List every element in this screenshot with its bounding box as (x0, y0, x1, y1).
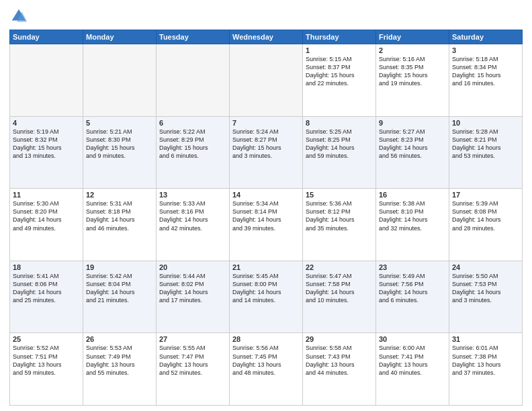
calendar-cell: 9Sunrise: 5:27 AM Sunset: 8:23 PM Daylig… (376, 116, 449, 189)
calendar-cell: 19Sunrise: 5:42 AM Sunset: 8:04 PM Dayli… (83, 261, 157, 333)
calendar-cell: 25Sunrise: 5:52 AM Sunset: 7:51 PM Dayli… (10, 333, 83, 406)
col-header-saturday: Saturday (449, 30, 523, 44)
col-header-sunday: Sunday (10, 30, 83, 44)
calendar-cell: 29Sunrise: 5:58 AM Sunset: 7:43 PM Dayli… (303, 333, 376, 406)
day-number: 10 (452, 119, 519, 127)
calendar-table: SundayMondayTuesdayWednesdayThursdayFrid… (9, 30, 523, 406)
day-info: Sunrise: 5:38 AM Sunset: 8:10 PM Dayligh… (379, 199, 446, 232)
calendar-cell: 23Sunrise: 5:49 AM Sunset: 7:56 PM Dayli… (376, 261, 449, 333)
calendar-cell: 17Sunrise: 5:39 AM Sunset: 8:08 PM Dayli… (449, 189, 523, 261)
calendar-week-row: 1Sunrise: 5:15 AM Sunset: 8:37 PM Daylig… (10, 44, 523, 117)
day-info: Sunrise: 5:18 AM Sunset: 8:34 PM Dayligh… (452, 55, 519, 88)
day-number: 31 (452, 335, 519, 343)
day-number: 15 (306, 191, 373, 199)
day-info: Sunrise: 5:39 AM Sunset: 8:08 PM Dayligh… (452, 199, 519, 232)
calendar-cell: 6Sunrise: 5:22 AM Sunset: 8:29 PM Daylig… (157, 116, 230, 189)
day-number: 7 (232, 119, 300, 127)
day-info: Sunrise: 5:42 AM Sunset: 8:04 PM Dayligh… (86, 272, 153, 305)
calendar-cell: 28Sunrise: 5:56 AM Sunset: 7:45 PM Dayli… (230, 333, 303, 406)
calendar-cell: 30Sunrise: 6:00 AM Sunset: 7:41 PM Dayli… (376, 333, 449, 406)
day-info: Sunrise: 6:01 AM Sunset: 7:38 PM Dayligh… (452, 344, 519, 377)
day-info: Sunrise: 5:15 AM Sunset: 8:37 PM Dayligh… (306, 55, 373, 88)
calendar-cell (83, 44, 157, 117)
day-info: Sunrise: 5:55 AM Sunset: 7:47 PM Dayligh… (159, 344, 226, 377)
day-number: 3 (452, 46, 519, 54)
calendar-cell: 15Sunrise: 5:36 AM Sunset: 8:12 PM Dayli… (303, 189, 376, 261)
day-info: Sunrise: 5:50 AM Sunset: 7:53 PM Dayligh… (452, 272, 519, 305)
day-info: Sunrise: 5:47 AM Sunset: 7:58 PM Dayligh… (306, 272, 373, 305)
day-info: Sunrise: 5:56 AM Sunset: 7:45 PM Dayligh… (232, 344, 300, 377)
calendar-cell (10, 44, 83, 117)
day-number: 26 (86, 335, 153, 343)
day-number: 9 (379, 119, 446, 127)
day-number: 21 (232, 263, 300, 271)
day-number: 19 (86, 263, 153, 271)
day-number: 2 (379, 46, 446, 54)
page: SundayMondayTuesdayWednesdayThursdayFrid… (0, 0, 532, 411)
day-info: Sunrise: 5:16 AM Sunset: 8:35 PM Dayligh… (379, 55, 446, 88)
day-info: Sunrise: 5:22 AM Sunset: 8:29 PM Dayligh… (159, 128, 226, 161)
day-info: Sunrise: 5:31 AM Sunset: 8:18 PM Dayligh… (86, 199, 153, 232)
day-info: Sunrise: 5:49 AM Sunset: 7:56 PM Dayligh… (379, 272, 446, 305)
day-number: 23 (379, 263, 446, 271)
day-number: 14 (232, 191, 300, 199)
calendar-cell: 21Sunrise: 5:45 AM Sunset: 8:00 PM Dayli… (230, 261, 303, 333)
calendar-cell: 11Sunrise: 5:30 AM Sunset: 8:20 PM Dayli… (10, 189, 83, 261)
day-info: Sunrise: 5:21 AM Sunset: 8:30 PM Dayligh… (86, 128, 153, 161)
day-info: Sunrise: 5:52 AM Sunset: 7:51 PM Dayligh… (13, 344, 80, 377)
col-header-friday: Friday (376, 30, 449, 44)
day-info: Sunrise: 5:19 AM Sunset: 8:32 PM Dayligh… (13, 128, 80, 161)
day-info: Sunrise: 5:30 AM Sunset: 8:20 PM Dayligh… (13, 199, 80, 232)
calendar-cell: 14Sunrise: 5:34 AM Sunset: 8:14 PM Dayli… (230, 189, 303, 261)
col-header-tuesday: Tuesday (157, 30, 230, 44)
day-info: Sunrise: 5:45 AM Sunset: 8:00 PM Dayligh… (232, 272, 300, 305)
calendar-week-row: 25Sunrise: 5:52 AM Sunset: 7:51 PM Dayli… (10, 333, 523, 406)
calendar-cell: 1Sunrise: 5:15 AM Sunset: 8:37 PM Daylig… (303, 44, 376, 117)
day-info: Sunrise: 5:44 AM Sunset: 8:02 PM Dayligh… (159, 272, 226, 305)
day-number: 4 (13, 119, 80, 127)
day-info: Sunrise: 5:58 AM Sunset: 7:43 PM Dayligh… (306, 344, 373, 377)
col-header-wednesday: Wednesday (230, 30, 303, 44)
day-info: Sunrise: 5:53 AM Sunset: 7:49 PM Dayligh… (86, 344, 153, 377)
day-number: 11 (13, 191, 80, 199)
calendar-cell: 10Sunrise: 5:28 AM Sunset: 8:21 PM Dayli… (449, 116, 523, 189)
calendar-cell: 16Sunrise: 5:38 AM Sunset: 8:10 PM Dayli… (376, 189, 449, 261)
day-number: 24 (452, 263, 519, 271)
calendar-cell: 13Sunrise: 5:33 AM Sunset: 8:16 PM Dayli… (157, 189, 230, 261)
day-number: 5 (86, 119, 153, 127)
calendar-week-row: 18Sunrise: 5:41 AM Sunset: 8:06 PM Dayli… (10, 261, 523, 333)
generalblue-logo-icon (9, 7, 28, 26)
calendar-cell: 3Sunrise: 5:18 AM Sunset: 8:34 PM Daylig… (449, 44, 523, 117)
day-info: Sunrise: 6:00 AM Sunset: 7:41 PM Dayligh… (379, 344, 446, 377)
day-number: 1 (306, 46, 373, 54)
calendar-cell: 24Sunrise: 5:50 AM Sunset: 7:53 PM Dayli… (449, 261, 523, 333)
day-info: Sunrise: 5:27 AM Sunset: 8:23 PM Dayligh… (379, 128, 446, 161)
day-number: 6 (159, 119, 226, 127)
calendar-cell: 7Sunrise: 5:24 AM Sunset: 8:27 PM Daylig… (230, 116, 303, 189)
calendar-cell: 18Sunrise: 5:41 AM Sunset: 8:06 PM Dayli… (10, 261, 83, 333)
calendar-week-row: 11Sunrise: 5:30 AM Sunset: 8:20 PM Dayli… (10, 189, 523, 261)
calendar-cell: 4Sunrise: 5:19 AM Sunset: 8:32 PM Daylig… (10, 116, 83, 189)
calendar-cell: 2Sunrise: 5:16 AM Sunset: 8:35 PM Daylig… (376, 44, 449, 117)
calendar-cell: 27Sunrise: 5:55 AM Sunset: 7:47 PM Dayli… (157, 333, 230, 406)
day-info: Sunrise: 5:36 AM Sunset: 8:12 PM Dayligh… (306, 199, 373, 232)
day-number: 27 (159, 335, 226, 343)
day-number: 30 (379, 335, 446, 343)
day-info: Sunrise: 5:41 AM Sunset: 8:06 PM Dayligh… (13, 272, 80, 305)
day-number: 13 (159, 191, 226, 199)
day-info: Sunrise: 5:25 AM Sunset: 8:25 PM Dayligh… (306, 128, 373, 161)
day-number: 28 (232, 335, 300, 343)
day-info: Sunrise: 5:33 AM Sunset: 8:16 PM Dayligh… (159, 199, 226, 232)
day-number: 17 (452, 191, 519, 199)
day-number: 20 (159, 263, 226, 271)
day-number: 25 (13, 335, 80, 343)
col-header-monday: Monday (83, 30, 157, 44)
header (9, 7, 523, 26)
day-info: Sunrise: 5:34 AM Sunset: 8:14 PM Dayligh… (232, 199, 300, 232)
day-info: Sunrise: 5:28 AM Sunset: 8:21 PM Dayligh… (452, 128, 519, 161)
calendar-cell: 31Sunrise: 6:01 AM Sunset: 7:38 PM Dayli… (449, 333, 523, 406)
calendar-cell: 5Sunrise: 5:21 AM Sunset: 8:30 PM Daylig… (83, 116, 157, 189)
calendar-cell (230, 44, 303, 117)
calendar-cell: 20Sunrise: 5:44 AM Sunset: 8:02 PM Dayli… (157, 261, 230, 333)
day-number: 16 (379, 191, 446, 199)
